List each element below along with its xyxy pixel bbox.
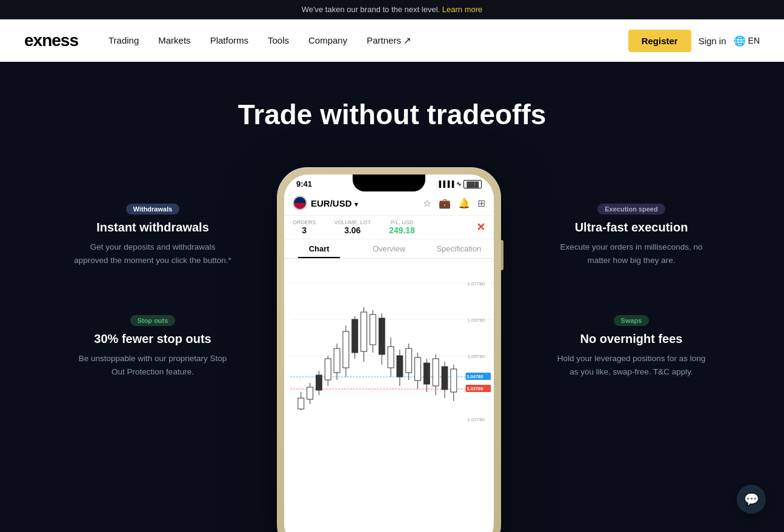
portfolio-icon[interactable]: 💼 (439, 198, 451, 209)
chevron-down-icon: ▾ (354, 201, 358, 208)
wifi-icon: ∿ (456, 181, 461, 187)
tab-specification[interactable]: Specification (424, 239, 494, 258)
tab-chart[interactable]: Chart (284, 239, 354, 258)
feature-stopouts: Stop outs 30% fewer stop outs Be unstopp… (28, 315, 277, 378)
phone-button-right (501, 240, 503, 270)
feature-stopouts-desc: Be unstoppable with our proprietary Stop… (74, 352, 231, 378)
svg-text:1.04780: 1.04780 (467, 374, 483, 379)
orders-bar: ORDERS 3 VOLUME, LOT 3.06 P/L, USD 249.1… (284, 216, 494, 239)
logo[interactable]: exness (24, 31, 78, 50)
bell-icon[interactable]: 🔔 (458, 198, 470, 209)
svg-text:1.05780: 1.05780 (468, 354, 485, 359)
banner-link[interactable]: Learn more (442, 5, 482, 14)
banner-text: We've taken our brand to the next level. (302, 5, 440, 14)
grid-icon[interactable]: ⊞ (477, 198, 485, 209)
svg-rect-31 (406, 348, 412, 373)
feature-stopouts-title: 30% fewer stop outs (94, 332, 211, 346)
svg-rect-9 (307, 387, 313, 399)
feature-execution-desc: Execute your orders in milliseconds, no … (553, 241, 710, 267)
phone-frame: 9:41 ▐▐▐▐ ∿ ▓▓▓ (277, 167, 501, 532)
feature-execution-title: Ultra-fast execution (575, 221, 688, 234)
svg-rect-39 (442, 367, 448, 390)
orders-value: 3 (293, 225, 316, 235)
left-features: Withdrawals Instant withdrawals Get your… (28, 167, 277, 378)
status-icons: ▐▐▐▐ ∿ ▓▓▓ (437, 180, 482, 188)
star-icon[interactable]: ☆ (423, 198, 431, 209)
hero-title: Trade without tradeoffs (238, 98, 546, 131)
phone-content: EUR/USD ▾ ☆ 💼 🔔 ⊞ (284, 191, 494, 532)
volume-label: VOLUME, LOT (334, 219, 371, 225)
svg-rect-41 (451, 369, 457, 392)
currency-info: EUR/USD ▾ (293, 196, 358, 210)
pnl-label: P/L, USD (389, 219, 415, 225)
chart-area: 1.07780 1.06780 1.05780 1.04780 1.03780 … (284, 259, 494, 428)
main-section: Trade without tradeoffs Withdrawals Inst… (0, 62, 784, 532)
feature-withdrawals-title: Instant withdrawals (96, 221, 209, 234)
volume-value: 3.06 (334, 225, 371, 235)
nav-trading[interactable]: Trading (108, 35, 139, 45)
nav-platforms[interactable]: Platforms (210, 35, 248, 45)
svg-rect-35 (424, 363, 430, 384)
close-position-button[interactable]: ✕ (476, 221, 485, 234)
phone-status-bar: 9:41 ▐▐▐▐ ∿ ▓▓▓ (284, 175, 494, 191)
phone-notch (353, 175, 425, 191)
orders-label: ORDERS (293, 219, 316, 225)
svg-rect-29 (397, 356, 403, 377)
svg-text:1.07780: 1.07780 (468, 281, 485, 287)
badge-stopouts: Stop outs (130, 315, 176, 326)
currency-header: EUR/USD ▾ ☆ 💼 🔔 ⊞ (284, 191, 494, 216)
battery-icon: ▓▓▓ (463, 180, 482, 188)
tab-overview[interactable]: Overview (354, 239, 424, 258)
svg-rect-11 (316, 375, 322, 390)
nav-tools[interactable]: Tools (268, 35, 289, 45)
navbar: exness Trading Markets Platforms Tools C… (0, 19, 784, 62)
currency-name: EUR/USD ▾ (311, 198, 358, 208)
feature-withdrawals: Withdrawals Instant withdrawals Get your… (28, 204, 277, 267)
svg-rect-19 (352, 319, 358, 353)
svg-rect-15 (334, 348, 340, 373)
feature-execution: Execution speed Ultra-fast execution Exe… (507, 204, 756, 267)
language-button[interactable]: 🌐 EN (734, 35, 760, 47)
candlestick-chart: 1.07780 1.06780 1.05780 1.04780 1.03780 … (290, 259, 494, 428)
nav-markets[interactable]: Markets (158, 35, 190, 45)
top-banner: We've taken our brand to the next level.… (0, 0, 784, 19)
svg-text:1.03780: 1.03780 (467, 386, 483, 391)
svg-rect-23 (370, 314, 376, 345)
signin-button[interactable]: Sign in (699, 36, 726, 46)
currency-flag (293, 196, 307, 210)
svg-rect-25 (379, 318, 385, 354)
currency-action-icons: ☆ 💼 🔔 ⊞ (423, 198, 485, 209)
register-button[interactable]: Register (628, 30, 691, 52)
nav-company[interactable]: Company (308, 35, 347, 45)
globe-icon: 🌐 (734, 35, 746, 47)
pnl-value: 249.18 (389, 225, 415, 235)
nav-links: Trading Markets Platforms Tools Company … (108, 35, 628, 46)
content-area: Withdrawals Instant withdrawals Get your… (28, 167, 756, 532)
feature-swaps-desc: Hold your leveraged positions for as lon… (553, 352, 710, 378)
lang-label: EN (748, 36, 760, 45)
phone-screen: 9:41 ▐▐▐▐ ∿ ▓▓▓ (284, 175, 494, 532)
nav-actions: Register Sign in 🌐 EN (628, 30, 760, 52)
chat-button[interactable]: 💬 (737, 485, 766, 514)
svg-text:1.06780: 1.06780 (468, 318, 485, 323)
badge-withdrawals: Withdrawals (126, 204, 180, 214)
volume-stat: VOLUME, LOT 3.06 (334, 219, 371, 235)
svg-rect-33 (415, 357, 421, 381)
svg-rect-13 (325, 359, 331, 380)
feature-withdrawals-desc: Get your deposits and withdrawals approv… (74, 241, 231, 267)
badge-execution: Execution speed (597, 204, 665, 214)
svg-rect-37 (433, 359, 439, 386)
feature-swaps: Swaps No overnight fees Hold your levera… (507, 315, 756, 378)
phone-mockup: 9:41 ▐▐▐▐ ∿ ▓▓▓ (277, 167, 507, 532)
status-time: 9:41 (296, 179, 312, 188)
phone-tabs: Chart Overview Specification (284, 239, 494, 259)
nav-partners[interactable]: Partners ↗ (367, 35, 411, 45)
signal-icon: ▐▐▐▐ (437, 181, 454, 187)
svg-rect-17 (343, 331, 349, 368)
svg-rect-21 (361, 312, 367, 351)
pnl-stat: P/L, USD 249.18 (389, 219, 415, 235)
svg-text:1.02780: 1.02780 (468, 417, 485, 422)
right-features: Execution speed Ultra-fast execution Exe… (507, 167, 756, 378)
orders-stat: ORDERS 3 (293, 219, 316, 235)
svg-rect-7 (298, 398, 304, 409)
